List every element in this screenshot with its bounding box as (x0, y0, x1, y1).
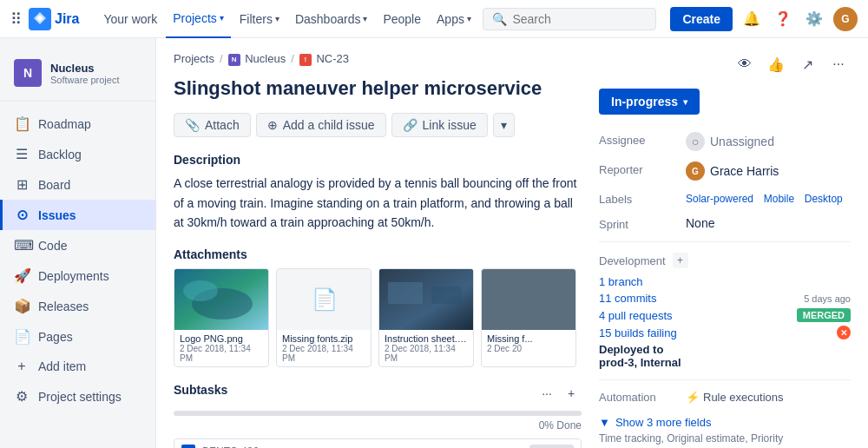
subtask-status: TO DO (529, 445, 574, 448)
show-more-subtitle: Time tracking, Original estimate, Priori… (599, 432, 851, 445)
nav-filters[interactable]: Filters ▾ (233, 0, 286, 38)
topnav-nav: Your work Projects ▾ Filters ▾ Dashboard… (96, 0, 479, 38)
apps-caret: ▾ (467, 14, 471, 23)
subtasks-header: Subtasks ··· + (174, 383, 582, 404)
help-icon[interactable]: ❓ (771, 7, 795, 31)
breadcrumb-issue-link[interactable]: NC-23 (316, 52, 349, 65)
sidebar-item-code[interactable]: ⌨ Code (0, 230, 155, 260)
releases-icon: 📦 (14, 298, 30, 314)
watch-icon[interactable]: 👁 (733, 52, 757, 76)
breadcrumb-projects-link[interactable]: Projects (174, 52, 214, 65)
nav-projects[interactable]: Projects ▾ (166, 0, 231, 38)
create-button[interactable]: Create (670, 7, 733, 31)
attachment-thumb-1 (174, 269, 269, 330)
sidebar-item-issues[interactable]: ⊙ Issues (0, 200, 155, 230)
automation-value: ⚡ Rule executions (686, 391, 784, 404)
subtask-checkbox[interactable]: ✓ (181, 445, 195, 448)
child-issue-icon: ⊕ (267, 118, 278, 132)
attachments-grid: Logo PNG.png 2 Dec 2018, 11:34 PM 📄 Miss… (174, 268, 582, 367)
more-options-icon[interactable]: ··· (826, 52, 851, 76)
grid-icon[interactable]: ⠿ (10, 10, 22, 29)
reporter-field: Reporter G Grace Harris (599, 161, 851, 181)
sidebar-item-roadmap[interactable]: 📋 Roadmap (0, 109, 155, 139)
pull-requests-link[interactable]: 4 pull requests (599, 309, 673, 322)
development-add-btn[interactable]: + (673, 253, 688, 268)
attachment-missing-4[interactable]: Missing f... 2 Dec 20 (481, 268, 576, 367)
file-icon: 📄 (312, 287, 338, 312)
issues-icon: ⊙ (14, 207, 30, 223)
backlog-icon: ☰ (14, 146, 30, 162)
nav-dashboards[interactable]: Dashboards ▾ (288, 0, 375, 38)
subtasks-more-btn[interactable]: ··· (536, 383, 557, 404)
panel-top-actions: 👁 👍 ↗ ··· (599, 52, 851, 76)
label-solar-powered[interactable]: Solar-powered (686, 193, 753, 205)
reporter-label: Reporter (599, 161, 686, 176)
breadcrumb-issue-icon: ! (299, 54, 312, 66)
share-icon[interactable]: ↗ (795, 52, 819, 76)
progress-label: 0% Done (174, 419, 582, 432)
sidebar-item-releases[interactable]: 📦 Releases (0, 291, 155, 321)
jira-logo-icon (29, 8, 51, 30)
subtasks-section: Subtasks ··· + 0% Done ✓ BENTO-436 Updat… (174, 383, 582, 448)
user-avatar[interactable]: G (833, 7, 858, 31)
automation-bolt-icon: ⚡ (686, 391, 700, 404)
label-desktop[interactable]: Desktop (805, 193, 843, 205)
breadcrumb: Projects / N Nucleus / ! NC-23 (174, 52, 582, 66)
sidebar-item-add-item[interactable]: + Add item (0, 352, 155, 381)
project-icon: N (14, 59, 42, 87)
show-more-fields[interactable]: ▼ Show 3 more fields (599, 416, 851, 429)
add-child-issue-button[interactable]: ⊕ Add a child issue (256, 113, 386, 137)
subtasks-title: Subtasks (174, 383, 536, 397)
subtask-row[interactable]: ✓ BENTO-436 Update documentation on deve… (174, 438, 582, 448)
roadmap-icon: 📋 (14, 115, 30, 132)
main-content: Projects / N Nucleus / ! NC-23 Slingshot… (156, 38, 868, 448)
subtasks-add-btn[interactable]: + (561, 383, 582, 404)
action-bar: 📎 Attach ⊕ Add a child issue 🔗 Link issu… (174, 113, 582, 137)
breadcrumb-project-link[interactable]: Nucleus (245, 52, 286, 65)
commits-time: 5 days ago (804, 293, 851, 304)
attachment-thumb-2: 📄 (277, 269, 372, 330)
add-item-icon: + (14, 359, 30, 374)
label-mobile[interactable]: Mobile (764, 193, 794, 205)
nav-your-work[interactable]: Your work (96, 0, 164, 38)
thumbsup-icon[interactable]: 👍 (764, 52, 788, 76)
sidebar-item-deployments[interactable]: 🚀 Deployments (0, 260, 155, 291)
commits-link[interactable]: 11 commits (599, 292, 656, 305)
sprint-value: None (686, 216, 851, 230)
attach-button[interactable]: 📎 Attach (174, 113, 251, 137)
attachment-3-name: Instruction sheet.jpg (385, 333, 468, 344)
assignee-value: ○ Unassigned (686, 132, 851, 151)
search-input[interactable] (512, 12, 647, 26)
deploy-target: prod-3, Internal (599, 356, 681, 369)
svg-point-2 (183, 280, 218, 301)
svg-rect-4 (388, 282, 423, 304)
sidebar-item-backlog[interactable]: ☰ Backlog (0, 139, 155, 169)
logo[interactable]: Jira (29, 8, 79, 30)
branch-link[interactable]: 1 branch (599, 275, 643, 288)
builds-link[interactable]: 15 builds failing (599, 326, 677, 339)
progress-bar-container (174, 411, 582, 416)
attachment-missing-fonts[interactable]: 📄 Missing fonts.zip 2 Dec 2018, 11:34 PM (276, 268, 372, 367)
attachment-1-date: 2 Dec 2018, 11:34 PM (180, 344, 263, 363)
description-text: A close terrestrial analogy is provided … (174, 174, 582, 232)
sprint-label: Sprint (599, 216, 686, 231)
attachment-instruction-sheet[interactable]: Instruction sheet.jpg 2 Dec 2018, 11:34 … (378, 268, 474, 367)
search-bar[interactable]: 🔍 (483, 8, 656, 30)
sidebar-item-pages[interactable]: 📄 Pages (0, 321, 155, 352)
status-button[interactable]: In-progress ▾ (599, 89, 700, 115)
labels-label: Labels (599, 191, 686, 206)
attachment-logo-png[interactable]: Logo PNG.png 2 Dec 2018, 11:34 PM (174, 268, 269, 367)
settings-icon[interactable]: ⚙️ (802, 7, 826, 31)
dashboards-caret: ▾ (363, 14, 367, 23)
commits-item: 11 commits 5 days ago (599, 292, 851, 305)
sidebar-item-board[interactable]: ⊞ Board (0, 169, 155, 200)
unassigned-avatar: ○ (686, 132, 705, 151)
notifications-icon[interactable]: 🔔 (740, 7, 764, 31)
sidebar-item-project-settings[interactable]: ⚙ Project settings (0, 381, 155, 412)
more-actions-button[interactable]: ▾ (493, 113, 515, 137)
labels-value: Solar-powered Mobile Desktop (686, 191, 851, 205)
nav-apps[interactable]: Apps ▾ (430, 0, 478, 38)
attachment-2-date: 2 Dec 2018, 11:34 PM (282, 344, 365, 363)
link-issue-button[interactable]: 🔗 Link issue (391, 113, 488, 137)
nav-people[interactable]: People (376, 0, 428, 38)
